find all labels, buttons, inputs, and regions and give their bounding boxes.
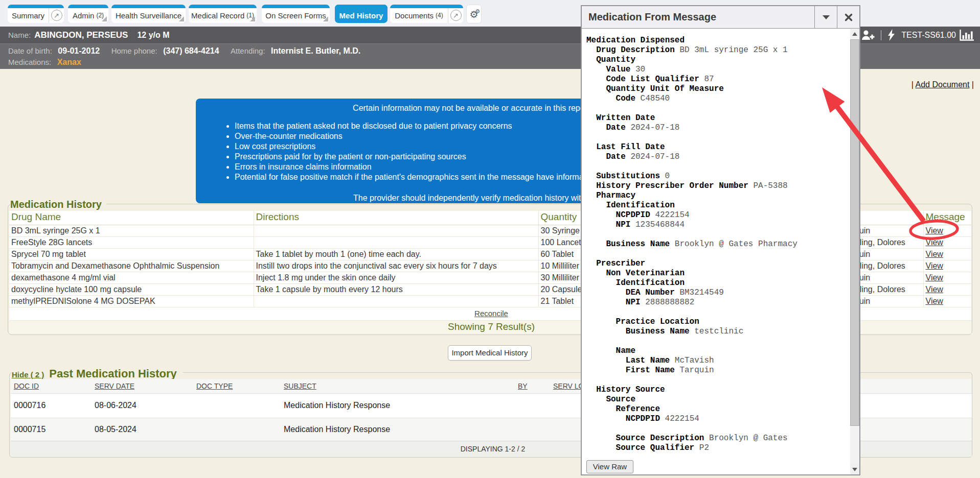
tab-med-history[interactable]: Med History bbox=[335, 5, 388, 23]
col-header-directions[interactable]: Directions bbox=[254, 211, 538, 225]
col-header-message[interactable]: Message bbox=[923, 211, 971, 225]
cell-directions bbox=[254, 236, 538, 248]
col-header-drug-name[interactable]: Drug Name bbox=[9, 211, 254, 225]
popout-icon: ↗ bbox=[51, 10, 62, 21]
account-code: TEST-SS61.00 bbox=[901, 31, 956, 40]
message-line bbox=[586, 249, 797, 259]
view-message-link[interactable]: View bbox=[926, 226, 943, 235]
message-line: Identification bbox=[586, 278, 797, 288]
tab-health-surveillance-label[interactable]: Health Surveillance bbox=[111, 5, 186, 23]
message-line: Medication Dispensed bbox=[586, 36, 797, 45]
view-message-link[interactable]: View bbox=[926, 250, 943, 258]
col-header-by[interactable]: BY bbox=[515, 379, 550, 393]
message-line: Value 30 bbox=[586, 65, 797, 75]
tab-documents[interactable]: Documents(4) ↗ bbox=[390, 5, 463, 23]
cell-subject: Medication History Response bbox=[281, 393, 515, 418]
cell-serv-date: 08-05-2024 bbox=[92, 418, 193, 441]
message-line: Date 2024-07-18 bbox=[586, 152, 797, 162]
message-line bbox=[586, 104, 797, 113]
col-header-doc-type[interactable]: DOC TYPE bbox=[193, 379, 281, 393]
cell-message: View bbox=[923, 260, 971, 272]
tab-medical-record-count: (1) bbox=[246, 12, 254, 19]
past-history-title: Past Medication History bbox=[49, 367, 176, 380]
scrollbar-thumb[interactable] bbox=[850, 39, 859, 426]
message-line: NCPDPID 4222154 bbox=[586, 210, 797, 220]
view-message-link[interactable]: View bbox=[926, 238, 943, 247]
chart-icon[interactable] bbox=[959, 29, 974, 41]
tab-on-screen-forms-label[interactable]: On Screen Forms bbox=[262, 5, 330, 23]
lightning-icon[interactable] bbox=[887, 29, 895, 41]
message-line: Drug Description BD 3mL syringe 25G x 1 bbox=[586, 45, 797, 55]
message-line: Reference bbox=[586, 404, 797, 414]
scroll-up-button[interactable] bbox=[850, 29, 859, 39]
popout-icon: ↗ bbox=[450, 10, 462, 21]
cell-message: View bbox=[923, 236, 971, 248]
view-message-link[interactable]: View bbox=[926, 297, 943, 305]
dialog-scrollbar[interactable] bbox=[850, 29, 859, 474]
dob-label: Date of birth: bbox=[8, 46, 52, 55]
view-message-link[interactable]: View bbox=[926, 285, 943, 294]
col-header-subject[interactable]: SUBJECT bbox=[281, 379, 515, 393]
tab-admin[interactable]: Admin(2) bbox=[68, 5, 108, 23]
hide-link[interactable]: Hide ( 2 ) bbox=[12, 370, 44, 379]
dialog-close-button[interactable] bbox=[837, 6, 859, 29]
tab-on-screen-forms[interactable]: On Screen Forms bbox=[262, 5, 330, 23]
arrow-down-icon bbox=[852, 468, 857, 471]
scroll-down-button[interactable] bbox=[850, 465, 859, 474]
dob-value: 09-01-2012 bbox=[58, 46, 100, 55]
tab-documents-popout-button[interactable]: ↗ bbox=[448, 5, 463, 23]
message-line bbox=[586, 337, 797, 346]
message-line: History Source bbox=[586, 385, 797, 395]
icon-separator bbox=[881, 30, 881, 40]
message-line: Practice Location bbox=[586, 317, 797, 327]
cell-serv-date: 08-06-2024 bbox=[92, 393, 193, 418]
settings-button[interactable]: ⚙ ⚙ bbox=[466, 5, 482, 23]
cell-message: View bbox=[923, 225, 971, 236]
col-header-doc-id[interactable]: DOC ID bbox=[11, 379, 92, 393]
import-medical-history-button[interactable]: Import Medical History bbox=[448, 345, 532, 361]
cell-message: View bbox=[923, 295, 971, 307]
message-line: Last Fill Date bbox=[586, 142, 797, 152]
cell-directions bbox=[254, 225, 538, 236]
message-line: Source bbox=[586, 395, 797, 404]
cell-directions: Take 1 tablet by mouth 1 (one) time each… bbox=[254, 248, 538, 260]
message-line: Substitutions 0 bbox=[586, 172, 797, 181]
message-content: Medication DispensedDrug Description BD … bbox=[586, 36, 797, 453]
message-line: Last Name McTavish bbox=[586, 356, 797, 366]
attending-label: Attending: bbox=[231, 46, 265, 55]
view-raw-button[interactable]: View Raw bbox=[586, 460, 633, 473]
medication-from-message-dialog: Medication From Message Medication Dispe… bbox=[581, 5, 860, 475]
tab-summary-label[interactable]: Summary bbox=[8, 5, 49, 23]
add-document-link[interactable]: Add Document bbox=[916, 80, 970, 89]
message-line: Business Name testclinic bbox=[586, 327, 797, 337]
close-icon bbox=[845, 13, 853, 21]
dialog-body: Medication DispensedDrug Description BD … bbox=[582, 29, 859, 474]
message-line: Identification bbox=[586, 201, 797, 210]
cell-drug: BD 3mL syringe 25G x 1 bbox=[9, 225, 254, 236]
tab-med-history-label[interactable]: Med History bbox=[335, 5, 388, 23]
reconcile-link[interactable]: Reconcile bbox=[474, 309, 508, 318]
message-line: NPI 2888888882 bbox=[586, 298, 797, 307]
cell-by bbox=[515, 393, 550, 418]
tab-medical-record[interactable]: Medical Record(1) bbox=[189, 5, 257, 23]
message-line bbox=[586, 133, 797, 142]
message-line: Source Description Brooklyn @ Gates bbox=[586, 434, 797, 443]
view-message-link[interactable]: View bbox=[926, 273, 943, 282]
view-message-link[interactable]: View bbox=[926, 261, 943, 270]
tab-summary[interactable]: Summary ↗ bbox=[8, 5, 64, 23]
cell-doc-type bbox=[193, 418, 281, 441]
tab-health-surveillance[interactable]: Health Surveillance bbox=[111, 5, 186, 23]
dialog-menu-button[interactable] bbox=[814, 6, 837, 29]
message-line bbox=[586, 307, 797, 317]
cell-directions: Take 1 capsule by mouth every 12 hours bbox=[254, 283, 538, 295]
dialog-title-bar[interactable]: Medication From Message bbox=[582, 6, 859, 29]
medications-value[interactable]: Xanax bbox=[57, 58, 81, 66]
tab-admin-label: Admin bbox=[73, 11, 95, 20]
patient-age-sex: 12 y/o M bbox=[137, 31, 169, 40]
col-header-serv-date[interactable]: SERV DATE bbox=[92, 379, 193, 393]
tab-admin-count: (2) bbox=[96, 12, 104, 19]
tab-summary-popout-button[interactable]: ↗ bbox=[49, 5, 64, 23]
tab-medical-record-label: Medical Record bbox=[191, 11, 244, 20]
add-person-icon[interactable] bbox=[861, 30, 875, 41]
medication-history-title: Medication History bbox=[10, 199, 106, 210]
